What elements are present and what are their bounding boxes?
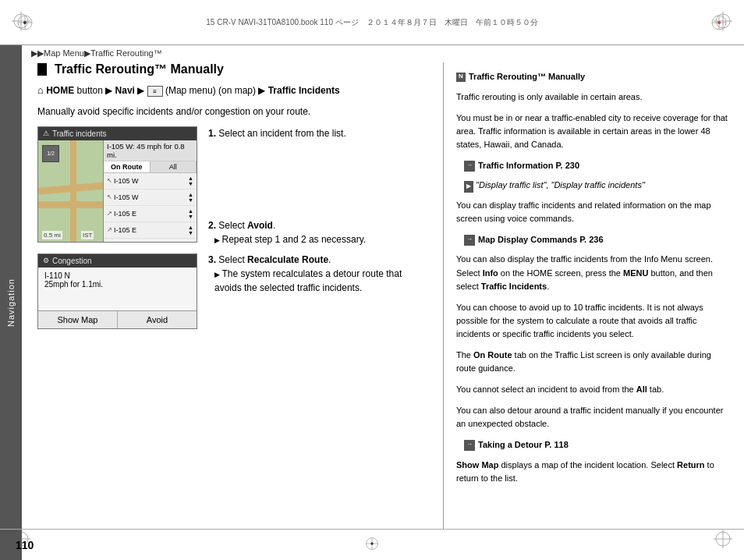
step-1-number: 1. bbox=[208, 128, 216, 139]
svg-point-14 bbox=[370, 542, 373, 544]
ss1-tab-onroute[interactable]: On Route bbox=[104, 161, 151, 172]
breadcrumb: ▶▶Map Menu▶Traffic Rerouting™ bbox=[31, 48, 162, 58]
map-label-ist: IST bbox=[81, 231, 94, 239]
chevrons-0: ▲▼ bbox=[188, 175, 193, 186]
page-footer: 110 bbox=[0, 529, 744, 560]
step-3-number: 3. bbox=[208, 254, 216, 265]
note-para-6: You can also display the traffic inciden… bbox=[456, 253, 732, 292]
step-2-number: 2. bbox=[208, 220, 216, 231]
file-info: 15 CR-V NAVI-31T0A8100.book 110 ページ ２０１４… bbox=[206, 17, 537, 28]
ss1-list-overlay: I-105 W: 45 mph for 0.8 mi. On Route All… bbox=[103, 140, 197, 242]
note-ref-text-4: Taking a Detour P. 118 bbox=[478, 438, 569, 452]
ss1-list-header: I-105 W: 45 mph for 0.8 mi. bbox=[104, 140, 197, 161]
note-para-4: You can display traffic incidents and re… bbox=[456, 199, 732, 225]
ss1-list-item-3[interactable]: ↗ I-105 E ▲▼ bbox=[104, 222, 197, 239]
ss2-icon: ⚙ bbox=[43, 257, 49, 264]
ss2-content: I-110 N 25mph for 1.1mi. bbox=[38, 268, 197, 310]
title-bar-decoration bbox=[37, 63, 47, 76]
ss1-item-text-2: I-105 E bbox=[114, 210, 136, 218]
sidebar-label: Navigation bbox=[6, 278, 16, 327]
nav-instruction: ⌂ HOME button ▶ Navi ▶ ≡ (Map menu) (on … bbox=[37, 83, 427, 98]
note-display-traffic: "Display traffic list", "Display traffic… bbox=[476, 180, 645, 190]
ss1-titlebar: ⚠ Traffic incidents bbox=[38, 127, 197, 140]
note-para-9: You cannot select an incident to avoid f… bbox=[456, 383, 732, 396]
note-ref-text-3: Map Display Commands P. 236 bbox=[478, 233, 604, 247]
note-ref-detour: → Taking a Detour P. 118 bbox=[464, 438, 732, 452]
content-row: ⚠ Traffic incidents 1/2 I-105 W: 45 mph … bbox=[37, 126, 427, 329]
note-para-8: The On Route tab on the Traffic List scr… bbox=[456, 349, 732, 375]
arrow-icon-2: ↗ bbox=[107, 210, 112, 217]
step-2: 2. Select Avoid. Repeat step 1 and 2 as … bbox=[208, 218, 427, 246]
ss1-tabs: On Route All bbox=[104, 161, 197, 173]
ss2-line1: I-110 N bbox=[44, 271, 190, 280]
section-title: Traffic Rerouting™ Manually bbox=[37, 62, 427, 76]
svg-point-6 bbox=[23, 21, 27, 24]
note-para-3: ▶ "Display traffic list", "Display traff… bbox=[464, 179, 732, 192]
screenshots-column: ⚠ Traffic incidents 1/2 I-105 W: 45 mph … bbox=[37, 126, 197, 329]
ref-icon-3: → bbox=[464, 235, 475, 246]
step-3: 3. Select Recalculate Route. The system … bbox=[208, 253, 427, 295]
note-panel: N Traffic Rerouting™ Manually Traffic re… bbox=[443, 62, 744, 529]
ss1-list-item-1[interactable]: ↖ I-105 W ▲▼ bbox=[104, 190, 197, 206]
sidebar: Navigation bbox=[0, 45, 22, 560]
map-scale: 0.5 mi bbox=[42, 231, 62, 239]
page-header: 15 CR-V NAVI-31T0A8100.book 110 ページ ２０１４… bbox=[0, 0, 744, 45]
note-title-text: Traffic Rerouting™ Manually bbox=[469, 70, 585, 84]
chevrons-3: ▲▼ bbox=[188, 225, 193, 236]
note-ref-traffic-info: → Traffic Information P. 230 bbox=[464, 159, 732, 173]
nav-instruction-text: HOME button ▶ Navi ▶ ≡ (Map menu) (on ma… bbox=[46, 85, 339, 96]
note-para-1: You must be in or near a traffic-enabled… bbox=[456, 112, 732, 151]
ss1-list-item-2[interactable]: ↗ I-105 E ▲▼ bbox=[104, 206, 197, 222]
step-3-text: Select Recalculate Route. bbox=[218, 254, 331, 265]
step-3-sub: The system recalculates a detour route t… bbox=[214, 267, 427, 295]
ss2-titlebar: ⚙ Congestion bbox=[38, 254, 197, 268]
page-number: 110 bbox=[16, 539, 34, 551]
ss2-buttons: Show Map Avoid bbox=[38, 310, 197, 328]
arrow-icon-1: ↖ bbox=[107, 193, 112, 200]
step-1: 1. Select an incident from the list. bbox=[208, 126, 427, 140]
note-title: N Traffic Rerouting™ Manually bbox=[456, 70, 732, 84]
map-menu-icon: ≡ bbox=[147, 86, 163, 97]
ss1-map-area: 1/2 I-105 W: 45 mph for 0.8 mi. On Route… bbox=[38, 140, 197, 242]
arrow-icon-0: ↖ bbox=[107, 177, 112, 184]
avoid-button[interactable]: Avoid bbox=[118, 311, 197, 328]
note-icon: N bbox=[456, 73, 466, 82]
step-2-text: Select Avoid. bbox=[218, 220, 275, 231]
note-para-0: Traffic rerouting is only available in c… bbox=[456, 90, 732, 104]
step-1-text: Select an incident from the list. bbox=[218, 128, 345, 139]
note-para-10: You can also detour around a traffic inc… bbox=[456, 404, 732, 431]
ss1-item-text-3: I-105 E bbox=[114, 226, 136, 234]
step-2-sub: Repeat step 1 and 2 as necessary. bbox=[214, 232, 427, 246]
main-content: Traffic Rerouting™ Manually ⌂ HOME butto… bbox=[22, 62, 744, 529]
ss2-line2: 25mph for 1.1mi. bbox=[44, 280, 190, 289]
ref-icon-1: → bbox=[464, 161, 475, 172]
note-ref-map-display: → Map Display Commands P. 236 bbox=[464, 233, 732, 247]
ss2-title: Congestion bbox=[52, 257, 92, 265]
chevrons-2: ▲▼ bbox=[188, 208, 193, 219]
note-para-7: You can choose to avoid up to 10 traffic… bbox=[456, 301, 732, 341]
chevrons-1: ▲▼ bbox=[188, 192, 193, 203]
show-map-button[interactable]: Show Map bbox=[38, 311, 118, 328]
ss1-icon: ⚠ bbox=[43, 129, 49, 137]
map-compass: 1/2 bbox=[42, 145, 59, 162]
ss1-tab-all[interactable]: All bbox=[151, 161, 197, 172]
footer-center-mark bbox=[364, 536, 380, 554]
ss1-item-text-0: I-105 W bbox=[114, 177, 139, 185]
steps-column: 1. Select an incident from the list. 2. … bbox=[197, 126, 427, 301]
ss1-list-item-0[interactable]: ↖ I-105 W ▲▼ bbox=[104, 173, 197, 190]
ref-icon-4: → bbox=[464, 440, 475, 451]
ss1-item-text-1: I-105 W bbox=[114, 193, 139, 201]
screenshot-traffic-incidents: ⚠ Traffic incidents 1/2 I-105 W: 45 mph … bbox=[37, 126, 197, 243]
arrow-icon-3: ↗ bbox=[107, 226, 112, 233]
intro-text: Manually avoid specific incidents and/or… bbox=[37, 106, 427, 117]
note-para-12: Show Map displays a map of the incident … bbox=[456, 459, 732, 485]
note-ref-text-1: Traffic Information P. 230 bbox=[478, 159, 579, 173]
section-title-text: Traffic Rerouting™ Manually bbox=[55, 62, 224, 76]
ss1-title: Traffic incidents bbox=[52, 129, 106, 138]
svg-point-10 bbox=[717, 21, 721, 24]
map-road-v1 bbox=[70, 140, 76, 242]
home-icon: ⌂ bbox=[37, 84, 44, 96]
screenshot-congestion: ⚙ Congestion I-110 N 25mph for 1.1mi. Sh… bbox=[37, 253, 197, 329]
left-content: Traffic Rerouting™ Manually ⌂ HOME butto… bbox=[22, 62, 443, 529]
ref-icon-2: ▶ bbox=[464, 181, 473, 192]
